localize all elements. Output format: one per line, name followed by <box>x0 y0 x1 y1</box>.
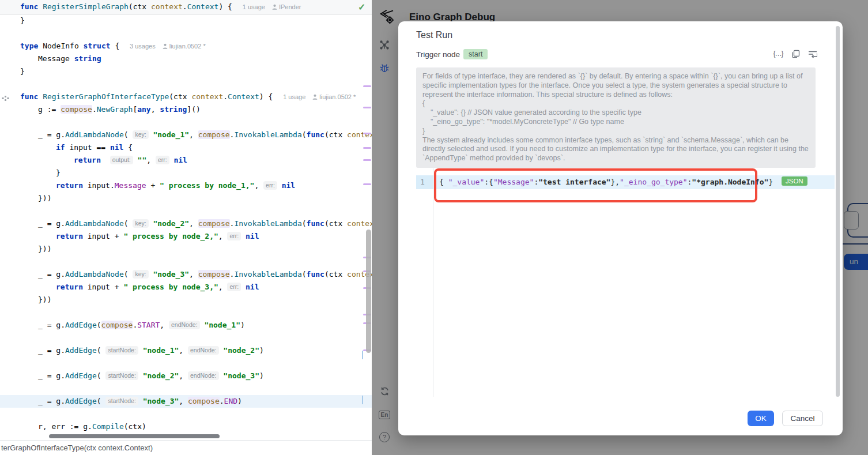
editor-horizontal-scrollbar[interactable] <box>49 434 220 438</box>
code-line[interactable]: return input + " process by node_3,", er… <box>0 281 372 294</box>
code-line[interactable]: func RegisterGraphOfInterfaceType(ctx co… <box>0 91 372 103</box>
code-token: compose <box>198 219 230 228</box>
code-token: IPender <box>272 3 301 10</box>
trigger-node-label: Trigger node <box>416 50 460 59</box>
code-line[interactable]: return input.Message + " process by node… <box>0 179 372 192</box>
code-line[interactable]: type NodeInfo struct { 3 usagesliujian.0… <box>0 40 372 52</box>
ok-button[interactable]: OK <box>748 411 774 426</box>
code-token: , <box>146 156 156 164</box>
line-number: 1 <box>416 175 429 189</box>
screen: func RegisterSimpleGraph(ctx context.Con… <box>0 0 868 455</box>
code-line[interactable] <box>0 205 372 217</box>
code-line[interactable] <box>0 78 372 91</box>
cancel-button[interactable]: Cancel <box>782 411 823 426</box>
code-token: RegisterSimpleGraph <box>43 2 129 11</box>
code-line[interactable] <box>0 255 372 268</box>
code-token: compose <box>198 130 230 139</box>
dialog-scrollbar[interactable] <box>836 26 840 397</box>
code-token: } <box>20 67 25 76</box>
code-token: output: <box>110 156 133 164</box>
code-token: input + <box>83 283 123 291</box>
code-token: , <box>189 130 198 139</box>
vcs-change-marker <box>363 107 371 108</box>
json-token: "test interface" <box>538 178 610 186</box>
editor-vertical-scrollbar[interactable] <box>366 230 371 353</box>
code-token: Context <box>187 2 219 11</box>
code-token: err: <box>156 156 169 164</box>
code-token: , <box>189 219 198 228</box>
code-token: input + <box>83 232 123 240</box>
code-line[interactable] <box>0 408 372 420</box>
code-line[interactable]: _ = g.AddLambdaNode( key: "node_1", comp… <box>0 129 372 141</box>
code-token: startNode: <box>105 346 138 355</box>
code-line[interactable]: } <box>0 14 372 27</box>
vcs-change-marker <box>363 183 371 185</box>
code-line[interactable] <box>0 357 372 370</box>
code-token: InvokableLambda <box>234 219 301 228</box>
code-token: , <box>254 181 263 190</box>
code-token: ( <box>97 397 106 405</box>
code-token: func <box>307 270 324 279</box>
code-token: g := <box>38 105 61 114</box>
code-token: (ctx <box>324 270 347 279</box>
code-token: . <box>183 2 187 11</box>
code-line[interactable] <box>0 332 372 344</box>
code-line[interactable]: return output: "", err: nil <box>0 154 372 167</box>
code-line[interactable]: r, err := g.Compile(ctx) <box>0 420 372 433</box>
code-line[interactable]: if input == nil { <box>0 141 372 154</box>
code-token: 1 usage <box>283 93 305 100</box>
code-token: key: <box>133 219 148 228</box>
code-line[interactable] <box>0 382 372 395</box>
inspection-ok-icon[interactable]: ✓ <box>358 2 365 13</box>
code-line[interactable]: _ = g.AddLambdaNode( key: "node_3", comp… <box>0 268 372 281</box>
code-line-active[interactable]: _ = g.AddEdge( startNode: "node_3", comp… <box>0 395 372 408</box>
code-token: ) <box>259 346 264 355</box>
code-token: _ = g. <box>38 346 65 355</box>
code-line[interactable]: })) <box>0 243 372 255</box>
graph-gutter-icon[interactable] <box>2 93 9 103</box>
code-token: ) { <box>259 92 277 101</box>
code-token: context <box>191 92 223 101</box>
analysis-marker <box>362 351 363 359</box>
code-line[interactable] <box>0 306 372 319</box>
code-line[interactable]: Message string <box>0 52 372 65</box>
code-token: ) <box>237 397 242 405</box>
json-input-editor: 1 { "_value":{"Message":"test interface"… <box>416 168 839 397</box>
code-token: AddLambdaNode <box>65 219 124 228</box>
sticky-function-line[interactable]: func RegisterSimpleGraph(ctx context.Con… <box>0 0 372 15</box>
code-token: nil <box>173 156 187 164</box>
code-token: AddLambdaNode <box>65 270 124 279</box>
code-token <box>277 181 282 190</box>
code-token: 3 usages <box>130 43 156 50</box>
code-line[interactable]: _ = g.AddEdge(compose.START, endNode: "n… <box>0 319 372 332</box>
format-wrap-icon[interactable] <box>807 48 818 59</box>
code-token <box>138 371 143 380</box>
code-token: ( <box>124 219 133 228</box>
braces-icon[interactable]: {…} <box>773 48 783 59</box>
code-token: ) <box>259 371 264 380</box>
trigger-node-badge[interactable]: start <box>463 49 488 59</box>
code-line[interactable]: _ = g.AddEdge( startNode: "node_2", endN… <box>0 370 372 382</box>
code-line[interactable]: } <box>0 167 372 179</box>
code-line[interactable] <box>0 116 372 129</box>
code-token: . <box>223 92 228 101</box>
code-token <box>241 283 246 291</box>
code-token: InvokableLambda <box>234 130 301 139</box>
code-token: context <box>347 219 372 228</box>
code-token: END <box>224 397 237 405</box>
code-line[interactable]: g := compose.NewGraph[any, string]() <box>0 103 372 116</box>
code-token: . <box>220 397 224 405</box>
code-line[interactable]: _ = g.AddLambdaNode( key: "node_2", comp… <box>0 217 372 230</box>
code-line[interactable] <box>0 27 372 40</box>
code-line[interactable]: } <box>0 65 372 78</box>
code-line[interactable]: return input + " process by node_2,", er… <box>0 230 372 243</box>
copy-icon[interactable] <box>790 48 801 59</box>
code-token: r, err := g. <box>38 422 92 431</box>
code-line[interactable]: })) <box>0 294 372 306</box>
code-token: _ = g. <box>38 130 65 139</box>
test-run-dialog: Test Run {…} Trigger node start For <box>398 21 843 435</box>
code-line[interactable]: })) <box>0 192 372 205</box>
json-input-line[interactable]: { "_value":{"Message":"test interface"},… <box>439 175 773 189</box>
code-line[interactable]: _ = g.AddEdge( startNode: "node_1", endN… <box>0 344 372 357</box>
code-token: ( <box>97 346 106 355</box>
